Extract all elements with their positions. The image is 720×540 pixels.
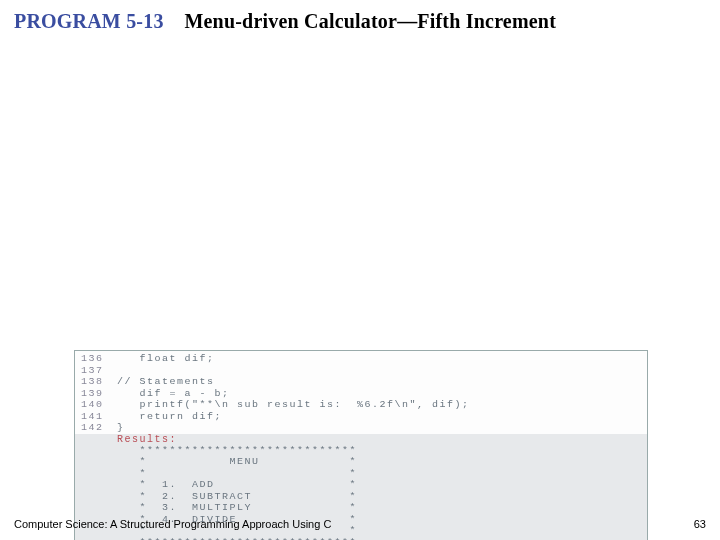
code-line: 140 printf("**\n sub result is: %6.2f\n"… xyxy=(81,399,641,410)
output-line: * 1. ADD * xyxy=(81,479,641,490)
output-line: * 2. SUBTRACT * xyxy=(81,491,641,502)
results-label: Results: xyxy=(81,434,641,445)
output-line: ***************************** xyxy=(81,537,641,541)
code-line: 136 float dif; xyxy=(81,353,641,364)
code-line: 137 xyxy=(81,365,641,376)
code-source: 136 float dif; 137 138// Statements 139 … xyxy=(74,350,648,434)
code-line: 139 dif = a - b; xyxy=(81,388,641,399)
slide-title: Menu-driven Calculator—Fifth Increment xyxy=(184,10,556,32)
output-line: * 3. MULTIPLY * xyxy=(81,502,641,513)
slide-header: PROGRAM 5-13 Menu-driven Calculator—Fift… xyxy=(14,10,556,33)
output-line: ***************************** xyxy=(81,445,641,456)
code-line: 142} xyxy=(81,422,641,433)
page-number: 63 xyxy=(694,518,706,530)
output-line: * MENU * xyxy=(81,456,641,467)
program-label: PROGRAM 5-13 xyxy=(14,10,164,32)
code-line: 141 return dif; xyxy=(81,411,641,422)
slide-page: PROGRAM 5-13 Menu-driven Calculator—Fift… xyxy=(0,0,720,540)
code-block: 136 float dif; 137 138// Statements 139 … xyxy=(74,350,648,540)
code-line: 138// Statements xyxy=(81,376,641,387)
output-line: * * xyxy=(81,468,641,479)
footer-text: Computer Science: A Structured Programmi… xyxy=(14,518,331,530)
slide-footer: Computer Science: A Structured Programmi… xyxy=(14,518,706,530)
